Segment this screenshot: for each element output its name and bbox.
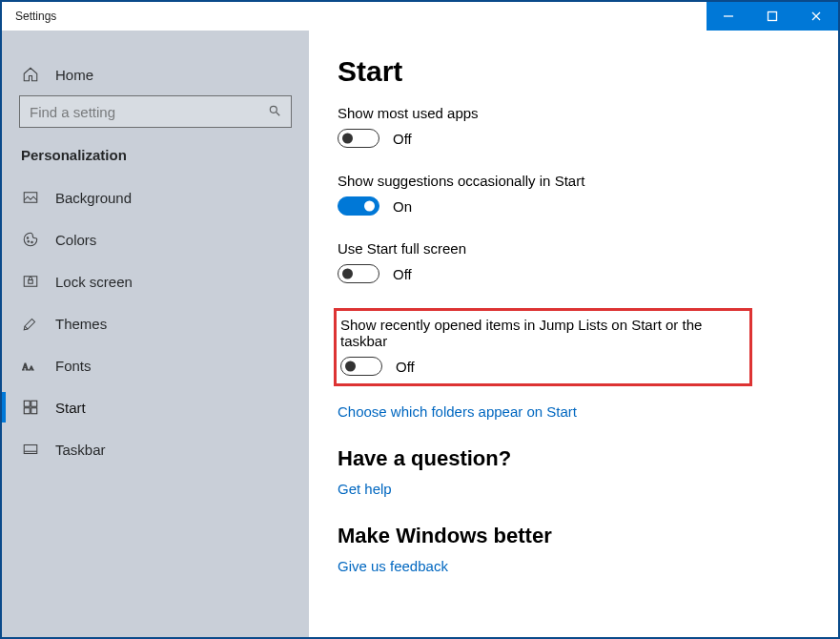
link-choose-folders[interactable]: Choose which folders appear on Start xyxy=(338,403,577,420)
svg-text:A: A xyxy=(30,364,34,371)
section-header: Personalization xyxy=(2,141,309,176)
setting-label: Use Start full screen xyxy=(338,240,809,257)
sidebar-item-taskbar[interactable]: Taskbar xyxy=(2,428,309,470)
svg-rect-14 xyxy=(24,401,30,406)
sidebar-item-label: Themes xyxy=(55,316,107,332)
svg-rect-10 xyxy=(24,277,37,287)
sidebar-item-themes[interactable]: Themes xyxy=(2,302,309,344)
toggle-jumplists[interactable] xyxy=(340,357,382,376)
feedback-heading: Make Windows better xyxy=(338,524,809,548)
brush-icon xyxy=(21,314,40,333)
maximize-button[interactable] xyxy=(750,2,794,31)
sidebar-item-label: Start xyxy=(55,400,86,416)
sidebar-item-colors[interactable]: Colors xyxy=(2,218,309,260)
svg-rect-17 xyxy=(31,408,37,414)
sidebar-item-label: Taskbar xyxy=(55,442,106,458)
picture-icon xyxy=(21,188,40,207)
question-heading: Have a question? xyxy=(338,446,809,471)
toggle-state: Off xyxy=(396,359,415,375)
search-input[interactable] xyxy=(19,95,292,128)
search-icon xyxy=(268,104,281,120)
svg-point-9 xyxy=(31,241,33,243)
start-icon xyxy=(21,398,40,417)
close-button[interactable] xyxy=(794,2,838,31)
home-icon xyxy=(21,65,40,84)
sidebar-item-label: Colors xyxy=(55,232,96,248)
toggle-state: Off xyxy=(393,131,412,147)
svg-rect-1 xyxy=(768,12,777,21)
window-title: Settings xyxy=(2,10,56,23)
sidebar-item-label: Fonts xyxy=(55,358,92,374)
page-title: Start xyxy=(338,55,809,88)
svg-point-4 xyxy=(270,106,277,113)
svg-rect-15 xyxy=(31,401,37,406)
taskbar-icon xyxy=(21,440,40,459)
nav-label: Home xyxy=(55,67,93,83)
setting-label: Show most used apps xyxy=(338,105,809,121)
lock-icon xyxy=(21,272,40,291)
svg-line-5 xyxy=(277,112,280,115)
svg-rect-16 xyxy=(24,408,30,414)
sidebar-item-start[interactable]: Start xyxy=(2,386,309,428)
sidebar-item-background[interactable]: Background xyxy=(2,176,309,218)
toggle-state: On xyxy=(393,198,412,215)
sidebar-item-label: Background xyxy=(55,190,132,206)
palette-icon xyxy=(21,230,40,249)
svg-point-7 xyxy=(27,237,29,239)
toggle-suggestions[interactable] xyxy=(338,196,379,216)
link-give-feedback[interactable]: Give us feedback xyxy=(338,558,448,574)
svg-rect-6 xyxy=(24,193,37,203)
svg-rect-18 xyxy=(24,445,37,454)
search-field[interactable] xyxy=(30,104,268,120)
toggle-state: Off xyxy=(393,266,412,282)
setting-label: Show recently opened items in Jump Lists… xyxy=(340,317,742,349)
setting-label: Show suggestions occasionally in Start xyxy=(338,173,809,189)
sidebar-item-fonts[interactable]: AA Fonts xyxy=(2,344,309,386)
sidebar-item-lockscreen[interactable]: Lock screen xyxy=(2,260,309,302)
toggle-most-used-apps[interactable] xyxy=(338,129,379,148)
font-icon: AA xyxy=(21,356,40,375)
svg-text:A: A xyxy=(22,361,29,372)
sidebar-item-label: Lock screen xyxy=(55,274,133,290)
minimize-button[interactable] xyxy=(707,2,750,31)
nav-home[interactable]: Home xyxy=(2,53,309,95)
svg-point-8 xyxy=(28,241,30,243)
link-get-help[interactable]: Get help xyxy=(338,481,392,497)
svg-rect-11 xyxy=(29,280,33,284)
toggle-fullscreen[interactable] xyxy=(338,264,379,283)
